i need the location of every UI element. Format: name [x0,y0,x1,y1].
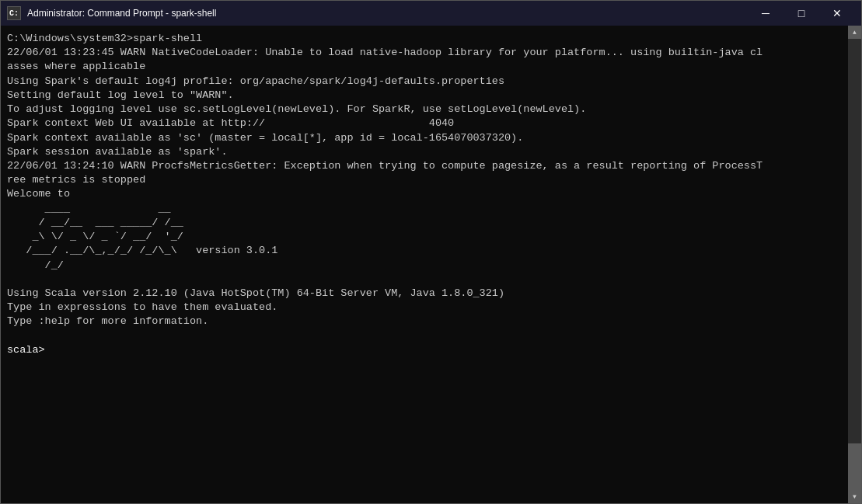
title-bar: C: Administrator: Command Prompt - spark… [1,1,861,26]
minimize-button[interactable]: ─ [748,1,783,26]
window-icon: C: [7,6,21,20]
scrollbar[interactable]: ▲ ▼ [848,26,861,503]
console-line-1: C:\Windows\system32>spark-shell 22/06/01… [7,33,763,356]
console-area: C:\Windows\system32>spark-shell 22/06/01… [1,26,861,503]
scrollbar-track[interactable] [848,39,861,490]
command-prompt-window: C: Administrator: Command Prompt - spark… [0,0,862,504]
console-output[interactable]: C:\Windows\system32>spark-shell 22/06/01… [1,26,848,503]
maximize-button[interactable]: □ [783,1,819,26]
scrollbar-thumb[interactable] [848,443,861,490]
scala-prompt: scala> [7,344,51,356]
scroll-down-button[interactable]: ▼ [848,490,861,503]
close-button[interactable]: ✕ [819,1,855,26]
window-controls: ─ □ ✕ [748,1,855,26]
window-title: Administrator: Command Prompt - spark-sh… [27,8,748,19]
scroll-up-button[interactable]: ▲ [848,26,861,39]
icon-label: C: [9,9,19,18]
